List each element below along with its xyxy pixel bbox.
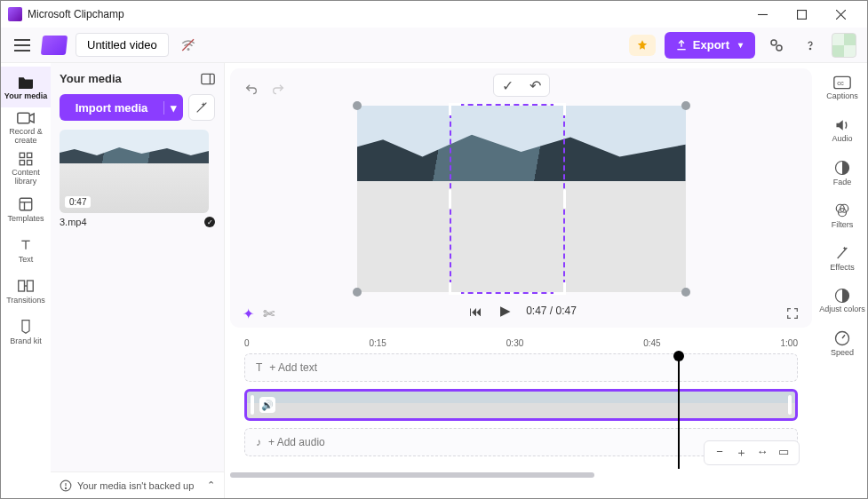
svg-rect-15 [28, 153, 32, 157]
speaker-icon [834, 118, 850, 132]
svg-rect-23 [202, 74, 214, 83]
clip-trim-left[interactable] [251, 395, 254, 415]
chevron-up-icon[interactable]: ⌃ [207, 479, 215, 491]
svg-text:cc: cc [837, 79, 844, 87]
resize-handle[interactable] [681, 101, 690, 110]
left-nav-rail: Your media Record & create Content libra… [1, 63, 51, 498]
fit-screen-button[interactable]: ▭ [776, 445, 792, 461]
right-property-rail: cc Captions Audio Fade Filters Effects A… [817, 63, 867, 498]
fit-width-button[interactable]: ↔ [754, 445, 770, 461]
help-icon[interactable] [798, 33, 823, 58]
play-button[interactable]: ▶ [496, 303, 515, 319]
chevron-down-icon: ▾ [738, 40, 743, 50]
sparkle-icon[interactable]: ✦ [243, 305, 254, 322]
import-split-chevron[interactable]: ▾ [163, 101, 183, 115]
svg-rect-1 [797, 10, 806, 19]
nav-transitions[interactable]: Transitions [1, 271, 51, 312]
skip-start-button[interactable]: ⏮ [466, 304, 485, 319]
resize-handle[interactable] [353, 288, 362, 297]
export-label: Export [693, 38, 729, 51]
clip-audio-icon[interactable]: 🔊 [259, 397, 275, 413]
svg-rect-14 [20, 153, 24, 157]
prop-captions[interactable]: cc Captions [817, 68, 867, 107]
transport-controls: ⏮ ▶ 0:47 / 0:47 [244, 299, 798, 322]
scissors-icon[interactable]: ✄ [263, 305, 275, 322]
prop-fade[interactable]: Fade [817, 154, 867, 193]
offline-icon[interactable] [178, 35, 199, 56]
undo-button[interactable] [244, 83, 259, 97]
clipchamp-logo [41, 36, 68, 55]
timeline-scrollbar[interactable] [230, 471, 812, 479]
nav-brand-kit[interactable]: Brand kit [1, 312, 51, 352]
resize-handle[interactable] [353, 101, 362, 110]
video-canvas[interactable] [357, 106, 686, 292]
export-button[interactable]: Export ▾ [665, 32, 755, 59]
timeline-ruler[interactable]: 0 0:15 0:30 0:45 1:00 [244, 335, 798, 353]
templates-icon [17, 196, 35, 212]
toggle-view-icon[interactable] [201, 73, 215, 85]
nav-your-media[interactable]: Your media [1, 67, 51, 107]
nav-templates[interactable]: Templates [1, 189, 51, 230]
svg-point-10 [776, 45, 782, 51]
prop-filters[interactable]: Filters [817, 196, 867, 235]
camera-icon [17, 110, 35, 126]
prop-speed[interactable]: Speed [817, 324, 867, 363]
svg-point-12 [809, 48, 810, 49]
svg-rect-18 [20, 198, 32, 210]
media-status-icon: ✓ [204, 217, 215, 227]
brand-icon [17, 319, 35, 335]
menu-button[interactable] [12, 35, 33, 56]
speed-icon [834, 330, 850, 346]
text-track[interactable]: T + Add text [244, 353, 798, 382]
crop-revert-button[interactable]: ↶ [530, 77, 541, 94]
captions-icon: cc [833, 75, 851, 90]
timeline-zoom-tools: − ＋ ↔ ▭ [704, 440, 800, 465]
media-filename: 3.mp4 [60, 217, 87, 227]
svg-point-7 [187, 48, 189, 50]
preview-stage: ✓ ↶ ⏮ ▶ 0:47 / 0:47 ✦ [230, 68, 812, 328]
project-title-input[interactable]: Untitled video [76, 33, 169, 57]
app-icon [8, 7, 22, 21]
svg-point-9 [771, 40, 776, 45]
contrast-icon [834, 288, 850, 304]
minimize-button[interactable] [743, 1, 782, 28]
video-clip[interactable]: 🔊 [244, 389, 798, 421]
info-icon [60, 479, 72, 492]
text-icon [17, 237, 35, 253]
nav-record-create[interactable]: Record & create [1, 107, 51, 148]
fullscreen-button[interactable] [785, 306, 800, 321]
settings-icon[interactable] [764, 33, 789, 58]
effects-icon [835, 245, 849, 261]
folder-icon [17, 74, 35, 90]
nav-content-library[interactable]: Content library [1, 148, 51, 189]
account-avatar[interactable] [832, 33, 856, 58]
crop-confirm-pill: ✓ ↶ [493, 74, 550, 97]
magic-wand-button[interactable] [188, 94, 215, 121]
timeline: 0 0:15 0:30 0:45 1:00 T + Add text 🔊 ♪ +… [230, 331, 812, 471]
titlebar: Microsoft Clipchamp [1, 1, 867, 28]
playhead[interactable] [678, 358, 680, 469]
svg-point-27 [65, 487, 66, 488]
upload-icon [675, 39, 688, 51]
thumbnail-duration: 0:47 [65, 196, 91, 208]
maximize-button[interactable] [782, 1, 821, 28]
zoom-in-button[interactable]: ＋ [733, 445, 749, 461]
redo-button[interactable] [271, 83, 285, 97]
resize-handle[interactable] [681, 288, 690, 297]
zoom-out-button[interactable]: − [712, 445, 728, 461]
nav-text[interactable]: Text [1, 230, 51, 271]
prop-audio[interactable]: Audio [817, 111, 867, 150]
import-media-button[interactable]: Import media ▾ [60, 94, 183, 121]
clip-trim-right[interactable] [788, 395, 792, 415]
premium-badge[interactable] [629, 35, 656, 56]
prop-adjust-colors[interactable]: Adjust colors [817, 281, 867, 321]
crop-selection[interactable] [450, 104, 565, 294]
svg-rect-13 [18, 113, 29, 123]
close-button[interactable] [821, 1, 860, 28]
backup-warning-bar[interactable]: Your media isn't backed up ⌃ [51, 471, 224, 498]
svg-rect-22 [28, 281, 34, 291]
media-thumbnail[interactable]: 0:47 [60, 130, 209, 213]
prop-effects[interactable]: Effects [817, 239, 867, 278]
crop-accept-button[interactable]: ✓ [502, 77, 514, 94]
toolbar: Untitled video Export ▾ [1, 28, 867, 63]
